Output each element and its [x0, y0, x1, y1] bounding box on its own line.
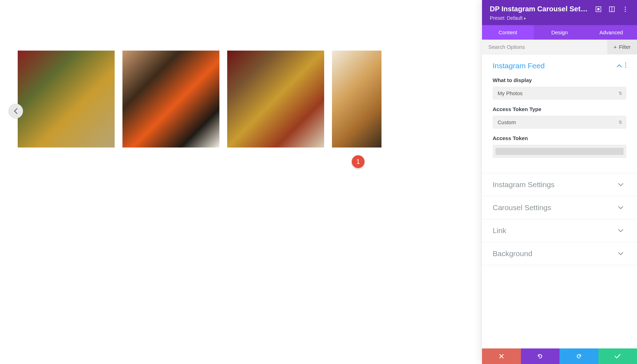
- preset-selector[interactable]: Preset: Default: [490, 15, 629, 21]
- field-what-to-display: What to display My Photos: [493, 77, 626, 100]
- section-link: Link: [482, 219, 637, 242]
- expand-icon[interactable]: [595, 5, 602, 13]
- panel-header: DP Instagram Carousel Sett… Preset: Defa…: [482, 0, 637, 25]
- settings-panel: DP Instagram Carousel Sett… Preset: Defa…: [482, 0, 637, 364]
- carousel-image[interactable]: [332, 51, 381, 148]
- section-instagram-feed: Instagram Feed What to display My Photos…: [482, 54, 637, 173]
- plus-icon: +: [614, 44, 617, 50]
- redo-icon: [576, 353, 582, 359]
- section-title: Instagram Feed: [493, 62, 616, 70]
- carousel-image[interactable]: [227, 51, 324, 148]
- svg-point-9: [625, 67, 626, 68]
- carousel-image[interactable]: [18, 51, 115, 148]
- filter-label: Filter: [619, 44, 631, 50]
- chevron-down-icon: [618, 250, 624, 257]
- tab-content[interactable]: Content: [482, 25, 534, 40]
- field-label: Access Token Type: [493, 106, 626, 112]
- field-access-token-type: Access Token Type Custom: [493, 106, 626, 129]
- close-icon: [499, 353, 504, 359]
- svg-point-8: [625, 64, 626, 65]
- svg-point-6: [625, 11, 626, 12]
- access-token-type-select[interactable]: Custom: [493, 116, 626, 129]
- section-title: Instagram Settings: [493, 180, 618, 189]
- section-title: Link: [493, 226, 618, 235]
- sections: Instagram Feed What to display My Photos…: [482, 54, 637, 348]
- panel-title: DP Instagram Carousel Sett…: [490, 5, 589, 13]
- section-more-icon[interactable]: [625, 62, 626, 70]
- field-label: What to display: [493, 77, 626, 83]
- section-header[interactable]: Instagram Feed: [482, 54, 637, 77]
- redo-button[interactable]: [559, 348, 598, 364]
- more-icon[interactable]: [621, 5, 629, 13]
- panel-layout-icon[interactable]: [608, 5, 616, 13]
- carousel-image[interactable]: [122, 51, 219, 148]
- section-carousel-settings: Carousel Settings: [482, 196, 637, 219]
- search-row: + Filter: [482, 40, 637, 54]
- carousel-preview: [0, 0, 482, 364]
- chevron-down-icon: [618, 181, 624, 188]
- chevron-down-icon: [618, 204, 624, 211]
- svg-point-4: [625, 6, 626, 7]
- field-label: Access Token: [493, 135, 626, 141]
- section-title: Background: [493, 249, 618, 258]
- check-icon: [614, 354, 621, 359]
- chevron-down-icon: [618, 227, 624, 234]
- tab-design[interactable]: Design: [534, 25, 585, 40]
- section-instagram-settings: Instagram Settings: [482, 173, 637, 196]
- panel-footer: [482, 348, 637, 364]
- section-title: Carousel Settings: [493, 203, 618, 212]
- search-input[interactable]: [482, 40, 607, 54]
- chevron-up-icon: [616, 63, 622, 69]
- undo-icon: [537, 353, 543, 359]
- carousel-track: [18, 51, 381, 148]
- field-access-token: Access Token: [493, 135, 626, 158]
- section-header[interactable]: Background: [482, 242, 637, 265]
- undo-button[interactable]: [521, 348, 560, 364]
- access-token-input[interactable]: [493, 145, 626, 158]
- section-header[interactable]: Instagram Settings: [482, 173, 637, 196]
- svg-rect-1: [597, 8, 599, 10]
- callout-badge: 1: [352, 155, 365, 168]
- save-button[interactable]: [598, 348, 637, 364]
- section-header[interactable]: Link: [482, 219, 637, 242]
- tab-advanced[interactable]: Advanced: [585, 25, 637, 40]
- section-header[interactable]: Carousel Settings: [482, 196, 637, 219]
- section-background: Background: [482, 242, 637, 265]
- carousel-prev-button[interactable]: [8, 104, 23, 119]
- what-to-display-select[interactable]: My Photos: [493, 87, 626, 100]
- filter-button[interactable]: + Filter: [607, 40, 637, 54]
- chevron-left-icon: [13, 108, 18, 114]
- cancel-button[interactable]: [482, 348, 521, 364]
- tabs: Content Design Advanced: [482, 25, 637, 40]
- svg-point-5: [625, 8, 626, 10]
- svg-point-7: [625, 62, 626, 63]
- section-body: What to display My Photos Access Token T…: [482, 77, 637, 173]
